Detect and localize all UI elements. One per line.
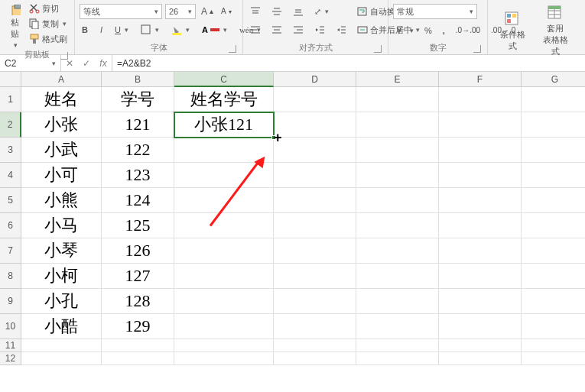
dialog-launcher-icon[interactable] xyxy=(473,45,481,53)
cell[interactable]: 小柯 xyxy=(21,264,102,289)
cell[interactable] xyxy=(439,188,522,213)
cell[interactable] xyxy=(522,163,585,188)
cell[interactable] xyxy=(356,352,439,365)
cell[interactable] xyxy=(439,213,522,238)
dialog-launcher-icon[interactable] xyxy=(229,45,236,53)
increase-indent-button[interactable] xyxy=(333,23,349,37)
cut-button[interactable]: 剪切 xyxy=(27,2,70,15)
cell[interactable]: 小孔 xyxy=(21,289,102,314)
cell[interactable]: 学号 xyxy=(102,87,174,112)
accounting-format-button[interactable]: ¥▾ xyxy=(393,24,416,37)
cell[interactable]: 小张 xyxy=(21,112,102,138)
row-header-9[interactable]: 9 xyxy=(0,289,21,314)
cell[interactable] xyxy=(439,339,522,352)
cell[interactable] xyxy=(274,138,356,163)
cell[interactable]: 小张121 xyxy=(174,112,274,138)
cell[interactable]: 128 xyxy=(102,289,174,314)
cell[interactable] xyxy=(356,112,439,138)
cell[interactable] xyxy=(174,352,274,365)
row-header-7[interactable]: 7 xyxy=(0,238,21,264)
cell[interactable] xyxy=(174,289,274,314)
cell[interactable] xyxy=(356,314,439,339)
cell[interactable]: 小武 xyxy=(21,138,102,163)
cell[interactable] xyxy=(21,339,102,352)
cell[interactable] xyxy=(439,163,522,188)
cell[interactable] xyxy=(274,314,356,339)
cell[interactable] xyxy=(356,213,439,238)
column-header-E[interactable]: E xyxy=(356,72,439,87)
row-header-8[interactable]: 8 xyxy=(0,264,21,289)
underline-button[interactable]: U▾ xyxy=(112,23,131,37)
cell[interactable] xyxy=(274,163,356,188)
cell[interactable] xyxy=(102,352,174,365)
cell[interactable] xyxy=(522,339,585,352)
column-headers[interactable]: ABCDEFG xyxy=(21,72,585,87)
cell[interactable] xyxy=(439,264,522,289)
cell[interactable] xyxy=(274,87,356,112)
cell[interactable] xyxy=(439,112,522,138)
cell[interactable] xyxy=(274,264,356,289)
column-header-G[interactable]: G xyxy=(522,72,585,87)
row-header-2[interactable]: 2 xyxy=(0,112,21,138)
cell[interactable]: 小熊 xyxy=(21,188,102,213)
cell[interactable]: 姓名学号 xyxy=(174,87,274,112)
row-header-10[interactable]: 10 xyxy=(0,314,21,339)
cell[interactable] xyxy=(21,352,102,365)
font-size-select[interactable]: 26▾ xyxy=(165,4,196,19)
cell[interactable]: 小马 xyxy=(21,213,102,238)
cell[interactable] xyxy=(356,238,439,264)
align-bottom-button[interactable] xyxy=(291,5,306,18)
table-format-button[interactable]: 套用 表格格式 xyxy=(535,2,575,57)
cell[interactable] xyxy=(522,213,585,238)
cell[interactable] xyxy=(274,238,356,264)
decrease-font-button[interactable]: A▾ xyxy=(219,5,234,18)
cell[interactable]: 姓名 xyxy=(21,87,102,112)
percent-button[interactable]: % xyxy=(422,24,434,37)
cell[interactable]: 122 xyxy=(102,138,174,163)
fill-color-button[interactable]: ▾ xyxy=(169,23,192,37)
row-header-3[interactable]: 3 xyxy=(0,138,21,163)
cell[interactable] xyxy=(174,238,274,264)
cell[interactable]: 121 xyxy=(102,112,174,138)
increase-decimal-button[interactable]: .0→.00 xyxy=(453,24,483,37)
cell[interactable] xyxy=(522,352,585,365)
cell[interactable] xyxy=(102,339,174,352)
border-button[interactable]: ▾ xyxy=(138,23,161,37)
dialog-launcher-icon[interactable] xyxy=(60,52,68,60)
cell[interactable] xyxy=(274,289,356,314)
align-middle-button[interactable] xyxy=(269,5,284,18)
cell[interactable] xyxy=(356,289,439,314)
fx-button[interactable]: fx xyxy=(95,55,112,72)
cell[interactable] xyxy=(522,289,585,314)
cell[interactable] xyxy=(522,188,585,213)
cell[interactable] xyxy=(439,138,522,163)
cell[interactable] xyxy=(522,314,585,339)
cell[interactable] xyxy=(522,264,585,289)
font-name-select[interactable]: 等线▾ xyxy=(80,4,162,19)
align-right-button[interactable] xyxy=(291,23,306,37)
cell[interactable]: 小可 xyxy=(21,163,102,188)
cell[interactable] xyxy=(356,188,439,213)
column-header-D[interactable]: D xyxy=(274,72,356,87)
bold-button[interactable]: B xyxy=(80,23,90,37)
spreadsheet-grid[interactable]: ABCDEFG 123456789101112 姓名学号姓名学号小张121小张1… xyxy=(0,72,585,392)
column-header-F[interactable]: F xyxy=(439,72,522,87)
cell[interactable] xyxy=(522,87,585,112)
cell[interactable] xyxy=(274,352,356,365)
column-header-A[interactable]: A xyxy=(21,72,102,87)
row-header-12[interactable]: 12 xyxy=(0,352,21,365)
cell[interactable] xyxy=(174,163,274,188)
italic-button[interactable]: I xyxy=(98,23,105,37)
row-header-5[interactable]: 5 xyxy=(0,188,21,213)
cell[interactable] xyxy=(439,238,522,264)
cell[interactable]: 小酷 xyxy=(21,314,102,339)
cell[interactable] xyxy=(174,339,274,352)
cell[interactable] xyxy=(174,213,274,238)
copy-button[interactable]: 复制▾ xyxy=(27,17,70,31)
cell[interactable] xyxy=(274,112,356,138)
cell[interactable] xyxy=(522,138,585,163)
cell[interactable]: 123 xyxy=(102,163,174,188)
cell[interactable] xyxy=(174,264,274,289)
column-header-B[interactable]: B xyxy=(102,72,174,87)
cell[interactable]: 125 xyxy=(102,213,174,238)
